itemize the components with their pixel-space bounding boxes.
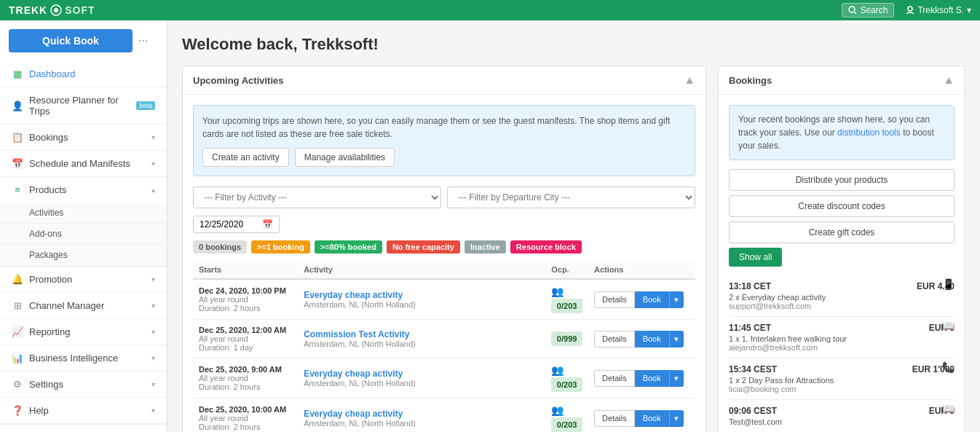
activity-name-link[interactable]: Everyday cheap activity [304, 409, 403, 419]
booking-time: 15:34 CEST [729, 364, 777, 374]
col-actions: Actions [588, 261, 695, 279]
quickbook-more-button[interactable]: ··· [138, 34, 148, 47]
book-dropdown-arrow[interactable]: ▾ [669, 331, 684, 347]
sidebar-item-settings[interactable]: ⚙ Settings ▾ [0, 372, 167, 398]
schedule-arrow: ▾ [151, 160, 155, 168]
sidebar-item-schedule[interactable]: 📅 Schedule and Manifests ▾ [0, 151, 167, 177]
sidebar-sub-addons[interactable]: Add-ons [0, 224, 167, 245]
app-logo: TREKK SOFT [9, 4, 95, 16]
distribution-tools-link[interactable]: distribution tools [837, 127, 901, 138]
bookings-collapse-btn[interactable]: ▲ [943, 74, 955, 87]
row-date: Dec 24, 2020, 10:00 PM [199, 286, 292, 295]
products-icon: ≡ [12, 184, 23, 195]
booking-email: licia@booking.com [729, 385, 834, 393]
logo-trekk: TREKK [9, 4, 47, 16]
booking-item-top: 09:06 CEST EUR 0 [729, 406, 955, 416]
calendar-icon[interactable]: 📅 [262, 219, 273, 229]
sidebar-item-channel-manager[interactable]: ⊞ Channel Manager ▾ [0, 293, 167, 319]
channel-arrow: ▾ [151, 302, 155, 310]
create-gift-button[interactable]: Create gift codes [729, 221, 955, 243]
quickbook-button[interactable]: Quick Book [9, 29, 133, 52]
distribute-products-button[interactable]: Distribute your products [729, 169, 955, 191]
help-icon: ❓ [12, 405, 23, 416]
top-nav: TREKK SOFT Search Trekksoft S. ▾ [0, 0, 980, 20]
book-dropdown-arrow[interactable]: ▾ [669, 410, 684, 427]
bookings-icon: 📋 [12, 132, 23, 143]
svg-point-4 [908, 7, 912, 11]
page-title: Welcome back, Trekksoft! [182, 35, 965, 54]
activity-name-link[interactable]: Commission Test Activity [304, 329, 409, 339]
booking-item: 15:34 CEST EUR 1'000 1 x 2 Day Pass for … [729, 358, 955, 400]
book-button[interactable]: Book [635, 331, 669, 347]
logo-icon [50, 4, 62, 16]
sidebar-label-bookings: Bookings [29, 132, 68, 143]
details-button[interactable]: Details [594, 410, 635, 427]
book-dropdown-arrow[interactable]: ▾ [669, 291, 684, 308]
sidebar-item-resource-planner[interactable]: 👤 Resource Planner for Trips beta [0, 87, 167, 125]
details-button[interactable]: Details [594, 370, 635, 387]
cell-actions: Details Book ▾ [588, 279, 695, 320]
bookings-info-box: Your recent bookings are shown here, so … [729, 105, 955, 160]
manage-availabilities-button[interactable]: Manage availabilities [295, 148, 395, 167]
activity-name-link[interactable]: Everyday cheap activity [304, 369, 403, 379]
action-group: Details Book ▾ [594, 331, 689, 347]
sidebar-item-bookings[interactable]: 📋 Bookings ▾ [0, 125, 167, 151]
legend-0-bookings: 0 bookings [193, 240, 247, 254]
sidebar-sub-packages[interactable]: Packages [0, 245, 167, 266]
search-box[interactable]: Search [842, 3, 894, 17]
activity-location: Amsterdam, NL (North Holland) [304, 379, 540, 388]
date-input[interactable] [199, 219, 258, 229]
cell-occ: 👥 0/203 [545, 398, 588, 433]
row-recurrence: All year round [199, 414, 292, 423]
occ-icon: 👥 [551, 286, 582, 297]
sidebar-item-dashboard[interactable]: ▦ Dashboard [0, 61, 167, 87]
sidebar-item-reporting[interactable]: 📈 Reporting ▾ [0, 319, 167, 345]
details-button[interactable]: Details [594, 331, 635, 347]
booking-item-top: 15:34 CEST EUR 1'000 [729, 364, 955, 374]
row-date: Dec 25, 2020, 12:00 AM [199, 326, 292, 334]
bookings-panel-body: Your recent bookings are shown here, so … [719, 95, 965, 432]
sidebar-label-dashboard: Dashboard [29, 68, 76, 79]
create-activity-button[interactable]: Create an activity [202, 148, 289, 167]
cell-occ: 👥 0/203 [545, 358, 588, 398]
sidebar-label-bi: Business Intelligence [29, 353, 118, 364]
booking-desc: Test@test.com [729, 417, 782, 426]
user-dropdown-arrow: ▾ [967, 5, 971, 15]
book-button[interactable]: Book [635, 410, 669, 427]
date-input-wrap[interactable]: 📅 [193, 216, 280, 233]
bi-arrow: ▾ [151, 354, 155, 362]
user-menu[interactable]: Trekksoft S. ▾ [906, 5, 971, 15]
book-dropdown-arrow[interactable]: ▾ [669, 370, 684, 387]
legend-1-booking: >=1 booking [251, 240, 310, 254]
activity-name-link[interactable]: Everyday cheap activity [304, 290, 403, 300]
create-discount-button[interactable]: Create discount codes [729, 195, 955, 217]
bookings-panel: Bookings ▲ Your recent bookings are show… [718, 66, 965, 432]
sidebar-item-products[interactable]: ≡ Products ▴ Activities Add-ons Packages [0, 177, 167, 267]
filter-city-select[interactable]: --- Filter by Departure City --- [447, 186, 695, 208]
table-header-row: Starts Activity Ocp. Actions [193, 261, 695, 279]
activity-location: Amsterdam, NL (North Holland) [304, 300, 540, 309]
resource-planner-icon: 👤 [12, 101, 23, 111]
bookings-panel-title: Bookings [729, 75, 772, 86]
sidebar-item-help[interactable]: ❓ Help ▾ [0, 398, 167, 424]
sidebar-item-business-intelligence[interactable]: 📊 Business Intelligence ▾ [0, 345, 167, 372]
book-button[interactable]: Book [635, 370, 669, 387]
details-button[interactable]: Details [594, 291, 635, 308]
sidebar-label-channel-manager: Channel Manager [29, 300, 104, 311]
booking-channel-icon: 📖 [942, 320, 955, 331]
legend-inactive: Inactive [465, 240, 506, 254]
quickbook-section: Quick Book ··· [0, 20, 167, 61]
book-button[interactable]: Book [635, 291, 669, 308]
cell-starts: Dec 25, 2020, 9:00 AM All year round Dur… [193, 358, 298, 398]
show-all-button[interactable]: Show all [729, 248, 782, 267]
reporting-icon: 📈 [12, 326, 23, 337]
sidebar-label-reporting: Reporting [29, 326, 70, 337]
filter-activity-select[interactable]: --- Filter by Activity --- [193, 186, 441, 208]
booking-desc: 2 x Everyday cheap activity [729, 293, 826, 302]
sidebar-item-promotion[interactable]: 🔔 Promotion ▾ [0, 267, 167, 293]
panel-right: Bookings ▲ Your recent bookings are show… [718, 66, 965, 432]
sidebar-sub-activities[interactable]: Activities [0, 203, 167, 224]
cell-starts: Dec 24, 2020, 10:00 PM All year round Du… [193, 279, 298, 320]
upcoming-collapse-btn[interactable]: ▲ [684, 74, 695, 87]
beta-badge: beta [136, 101, 155, 110]
